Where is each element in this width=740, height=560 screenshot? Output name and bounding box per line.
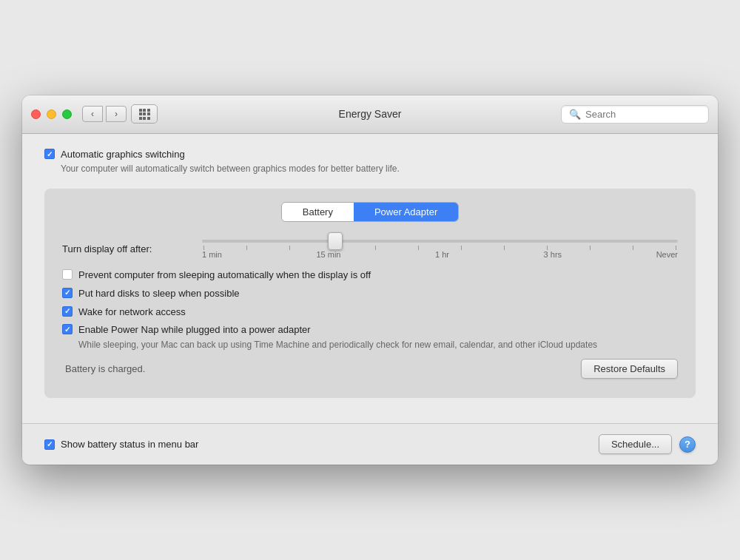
grid-icon xyxy=(139,109,150,120)
tick-labels: 1 min 15 min 1 hr 3 hrs Never xyxy=(202,250,678,259)
tab-power-adapter[interactable]: Power Adapter xyxy=(354,203,458,221)
traffic-lights xyxy=(31,109,72,119)
forward-button[interactable]: › xyxy=(106,106,127,122)
tab-group: Battery Power Adapter xyxy=(281,202,459,222)
auto-graphics-section: Automatic graphics switching Your comput… xyxy=(44,149,696,175)
search-icon: 🔍 xyxy=(569,109,581,120)
wake-network-item: Wake for network access xyxy=(62,306,678,319)
hard-disks-label: Put hard disks to sleep when possible xyxy=(78,288,240,300)
auto-graphics-sublabel: Your computer will automatically switch … xyxy=(61,163,696,175)
back-button[interactable]: ‹ xyxy=(82,106,103,122)
hard-disks-item: Put hard disks to sleep when possible xyxy=(62,288,678,300)
titlebar: ‹ › Energy Saver 🔍 xyxy=(22,95,718,134)
prevent-sleep-item: Prevent computer from sleeping automatic… xyxy=(62,269,678,282)
tick-label-never: Never xyxy=(656,250,678,259)
slider-thumb[interactable] xyxy=(328,232,343,250)
slider-section: 1 min 15 min 1 hr 3 hrs Never xyxy=(202,240,678,259)
window-title: Energy Saver xyxy=(339,108,402,120)
auto-graphics-checkbox[interactable] xyxy=(44,149,55,159)
restore-defaults-button[interactable]: Restore Defaults xyxy=(581,359,678,379)
power-nap-item: Enable Power Nap while plugged into a po… xyxy=(62,324,678,351)
hard-disks-checkbox[interactable] xyxy=(62,288,73,298)
content-area: Automatic graphics switching Your comput… xyxy=(22,134,718,423)
power-nap-checkbox[interactable] xyxy=(62,324,73,334)
nav-buttons: ‹ › xyxy=(82,106,127,122)
grid-view-button[interactable] xyxy=(131,104,158,124)
footer-left: Show battery status in menu bar xyxy=(44,439,198,450)
tab-group-container: Battery Power Adapter xyxy=(62,202,678,222)
show-battery-checkbox[interactable] xyxy=(44,439,55,450)
tab-battery[interactable]: Battery xyxy=(282,203,354,221)
minimize-button[interactable] xyxy=(47,109,56,119)
slider-track xyxy=(202,240,678,243)
help-button[interactable]: ? xyxy=(679,436,696,453)
power-nap-sublabel: While sleeping, your Mac can back up usi… xyxy=(78,339,597,351)
prevent-sleep-label: Prevent computer from sleeping automatic… xyxy=(78,269,371,282)
wake-network-checkbox[interactable] xyxy=(62,306,73,317)
main-window: ‹ › Energy Saver 🔍 Automatic graphics sw… xyxy=(22,95,718,465)
tick-label-1hr: 1 hr xyxy=(435,250,449,259)
auto-graphics-row: Automatic graphics switching xyxy=(44,149,696,160)
close-button[interactable] xyxy=(31,109,41,119)
footer-right: Schedule... ? xyxy=(599,434,696,454)
tick-label-1min: 1 min xyxy=(202,250,222,259)
tick-label-3hrs: 3 hrs xyxy=(544,250,562,259)
search-input[interactable] xyxy=(585,109,701,120)
auto-graphics-label: Automatic graphics switching xyxy=(61,149,185,160)
slider-label: Turn display off after: xyxy=(62,243,192,254)
power-nap-label: Enable Power Nap while plugged into a po… xyxy=(78,324,597,337)
settings-checkboxes: Prevent computer from sleeping automatic… xyxy=(62,269,678,351)
panel-bottom: Battery is charged. Restore Defaults xyxy=(62,351,678,383)
slider-row: Turn display off after: xyxy=(62,240,678,259)
show-battery-label: Show battery status in menu bar xyxy=(61,439,198,450)
battery-status: Battery is charged. xyxy=(62,363,145,374)
footer: Show battery status in menu bar Schedule… xyxy=(22,423,718,465)
settings-panel: Battery Power Adapter Turn display off a… xyxy=(44,189,696,398)
wake-network-label: Wake for network access xyxy=(78,306,186,319)
maximize-button[interactable] xyxy=(62,109,72,119)
prevent-sleep-checkbox[interactable] xyxy=(62,269,73,280)
tick-label-15min: 15 min xyxy=(316,250,340,259)
search-box[interactable]: 🔍 xyxy=(561,105,709,124)
power-nap-text: Enable Power Nap while plugged into a po… xyxy=(78,324,597,351)
schedule-button[interactable]: Schedule... xyxy=(599,434,672,454)
slider-container[interactable] xyxy=(202,240,678,243)
